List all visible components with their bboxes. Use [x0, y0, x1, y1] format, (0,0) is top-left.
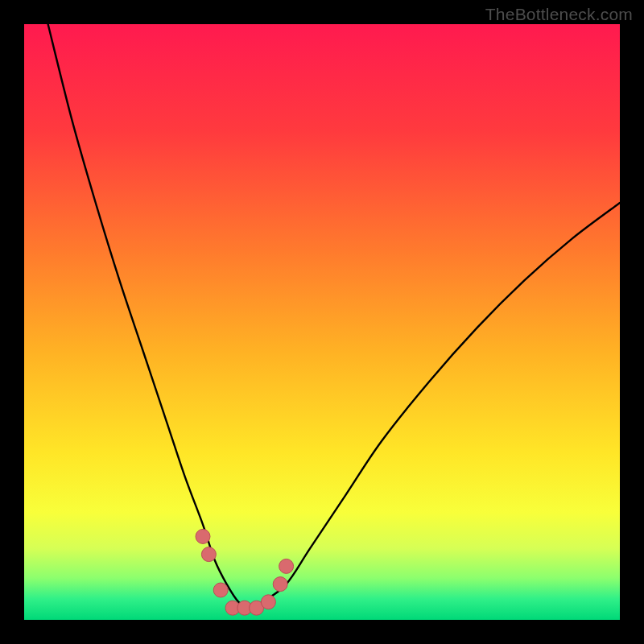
marker-point: [279, 559, 294, 573]
bottleneck-curve: [48, 24, 620, 608]
chart-frame: TheBottleneck.com: [0, 0, 644, 644]
plot-area: [24, 24, 620, 620]
marker-point: [273, 577, 287, 592]
marker-point: [213, 583, 228, 597]
marker-point: [196, 529, 210, 543]
marker-point: [261, 595, 275, 609]
watermark-text: TheBottleneck.com: [485, 5, 633, 24]
marker-group: [196, 529, 294, 615]
marker-point: [201, 547, 216, 562]
curve-layer: [24, 24, 620, 620]
